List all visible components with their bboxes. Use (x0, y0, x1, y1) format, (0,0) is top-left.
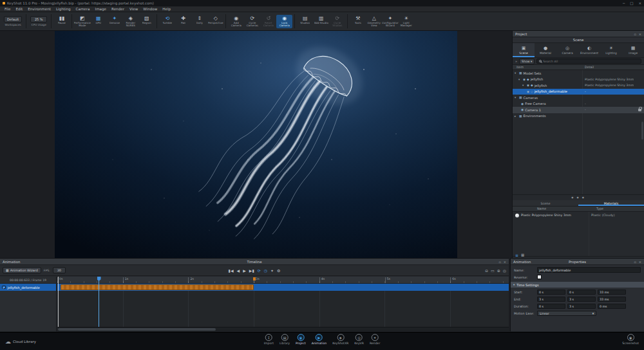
tree-row-jellyfish-deformable[interactable]: ◉ ◇ jellyfish_deformable - (513, 89, 644, 95)
expander-icon[interactable]: ▾ (515, 96, 518, 99)
geometry-view-button[interactable]: △ Geometry View (366, 15, 382, 28)
undock-icon[interactable]: ▫ (634, 32, 636, 36)
timeline-horizontal-scrollbar[interactable] (57, 327, 509, 331)
tree-scrollbar[interactable] (641, 122, 643, 140)
lock-camera-button[interactable]: ◉ Lock Camera (276, 15, 292, 28)
track-lane[interactable] (57, 284, 509, 291)
end-field-1[interactable]: 3 s (537, 297, 565, 302)
end-field-3[interactable]: 33 ms (598, 297, 626, 302)
screenshot-button[interactable]: ◉ Screenshot (622, 334, 639, 345)
expand-all-icon[interactable]: » (515, 59, 517, 63)
menu-edit[interactable]: Edit (13, 7, 25, 11)
close-icon[interactable]: × (639, 260, 641, 264)
menu-render[interactable]: Render (109, 7, 127, 11)
cpu-usage-dropdown[interactable]: 25 % CPU Usage (30, 16, 47, 26)
material-row[interactable]: Plastic Polypropylene Shiny 3mm Plastic … (513, 212, 644, 219)
tab-lighting[interactable]: ☀ Lighting (600, 43, 622, 57)
cycle-studios-button[interactable]: ⟳ Cycle Studios (329, 15, 345, 28)
close-button[interactable]: × (638, 1, 641, 5)
close-icon[interactable]: × (504, 260, 506, 264)
animation-button[interactable]: ▶ Animation (312, 334, 327, 345)
dolly-button[interactable]: ⇕ Dolly (191, 15, 207, 28)
region-button[interactable]: ▧ Region (138, 15, 155, 28)
library-button[interactable]: ▤ Library (279, 334, 290, 345)
maximize-button[interactable]: □ (630, 1, 633, 5)
close-icon[interactable]: × (639, 32, 641, 36)
tree-row-jellyfish-child[interactable]: ▾ ◉ ◆ jellyfish Plastic Polypropylene Sh… (513, 82, 644, 89)
tab-material[interactable]: ● Material (535, 43, 556, 57)
tab-scene[interactable]: ▣ Scene (513, 43, 535, 57)
workspaces-dropdown[interactable]: Default Workspaces (4, 16, 22, 26)
time-settings-section[interactable]: ▾ Time Settings (511, 282, 644, 288)
tree-row-cameras[interactable]: ▾ ▦ Cameras (513, 95, 644, 101)
menu-file[interactable]: File (2, 7, 13, 11)
keyframe-wizard-button[interactable]: ✦ (270, 268, 274, 273)
cloud-library-button[interactable]: ☁ Cloud Library (5, 333, 36, 350)
tree-row-camera-1[interactable]: ◉ Camera 1 - (513, 107, 644, 113)
workspace-value[interactable]: Default (4, 16, 22, 23)
tree-row-model-sets[interactable]: ▾ ▦ Model Sets (513, 70, 644, 77)
stopwatch-button[interactable]: ◷ (264, 268, 267, 273)
visibility-eye-icon[interactable]: ◉ (527, 90, 529, 93)
denoise-button[interactable]: ✦ Denoise (106, 15, 122, 28)
menu-help[interactable]: Help (160, 7, 173, 11)
zoom-out-icon[interactable]: ⊖ (485, 268, 488, 273)
menu-camera[interactable]: Camera (73, 7, 93, 11)
menu-environment[interactable]: Environment (25, 7, 53, 11)
show-dropdown[interactable]: Show ▾ (519, 59, 535, 64)
add-camera-button[interactable]: ◉ Add Camera (228, 15, 244, 28)
subtab-scene[interactable]: Scene (513, 200, 578, 206)
pan-button[interactable]: ✚ Pan (175, 15, 191, 28)
tumble-button[interactable]: ⟲ Tumble (159, 15, 175, 28)
animation-end-marker[interactable] (253, 277, 256, 281)
tab-camera[interactable]: ◎ Camera (556, 43, 578, 57)
step-back-button[interactable]: ◀ (237, 268, 240, 273)
expander-icon[interactable]: ▾ (515, 71, 518, 75)
skip-end-button[interactable]: ▶▮ (249, 268, 254, 273)
expander-icon[interactable]: ▸ (515, 115, 518, 118)
pause-button[interactable]: ▮▮ Pause (53, 15, 70, 28)
start-field-2[interactable]: 0 s (567, 290, 596, 295)
timeline-ruler[interactable]: 0s 1s 2s 3s 4s 5s 6s (57, 277, 509, 284)
duration-field-3[interactable]: 0 ms (598, 304, 626, 309)
expander-icon[interactable]: ▾ (518, 78, 522, 81)
tools-dropdown[interactable]: ⚒ Tools (350, 15, 366, 28)
skip-start-button[interactable]: ▮◀ (229, 268, 234, 273)
section-collapse-icon[interactable]: ▾ (513, 283, 515, 286)
zoom-in-icon[interactable]: ⊕ (497, 268, 500, 273)
end-field-2[interactable]: 3 s (567, 297, 596, 302)
keyshotxr-button[interactable]: ◈ KeyShotXR (332, 334, 348, 345)
timeline-settings-button[interactable]: ⚙ (277, 268, 280, 273)
reverse-checkbox[interactable] (537, 275, 542, 279)
animation-wizard-button[interactable]: ▦ Animation Wizard (3, 267, 41, 273)
minimize-button[interactable]: ─ (623, 1, 625, 5)
motion-ease-dropdown[interactable]: Linear ▾ (537, 311, 596, 316)
reset-camera-button[interactable]: ↺ Reset Camera (260, 15, 276, 28)
loop-button[interactable]: ⟳ (258, 268, 261, 273)
play-button[interactable]: ▶ (243, 268, 246, 273)
render-button[interactable]: ✦ Render (370, 334, 380, 345)
tree-row-environments[interactable]: ▸ ▦ Environments (513, 113, 644, 120)
duration-field-2[interactable]: 3 s (567, 304, 596, 309)
menu-window[interactable]: Window (140, 7, 160, 11)
list-view-icon[interactable]: ≡ (515, 253, 518, 257)
scene-search[interactable] (536, 59, 641, 64)
lock-icon[interactable] (638, 109, 641, 111)
animation-name-input[interactable] (537, 267, 641, 273)
track-enabled-checkbox[interactable]: ✓ (2, 286, 6, 290)
realtime-viewport[interactable] (55, 31, 457, 258)
zoom-bar-icon[interactable]: ▭ (491, 268, 495, 273)
studios-button[interactable]: ▤ Studios (297, 15, 313, 28)
menu-view[interactable]: View (127, 7, 140, 11)
timeline-canvas[interactable]: 0s 1s 2s 3s 4s 5s 6s (57, 277, 509, 331)
deform-animation-clip[interactable] (61, 284, 254, 290)
light-manager-button[interactable]: ☀ Light Manager (398, 15, 414, 28)
tree-row-free-camera[interactable]: ◉ Free Camera - (513, 101, 644, 107)
subtab-materials[interactable]: Materials (578, 200, 644, 206)
tree-row-jellyfish[interactable]: ▾ ◉ ◆ jellyfish Plastic Polypropylene Sh… (513, 77, 644, 83)
grid-view-icon[interactable]: ▦ (521, 253, 524, 257)
start-field-3[interactable]: 33 ms (598, 290, 626, 295)
configurator-wizard-button[interactable]: ✦ Configurator Wizard (382, 15, 398, 28)
duration-field-1[interactable]: 0 s (537, 304, 565, 309)
scrollbar-thumb[interactable] (58, 328, 216, 331)
